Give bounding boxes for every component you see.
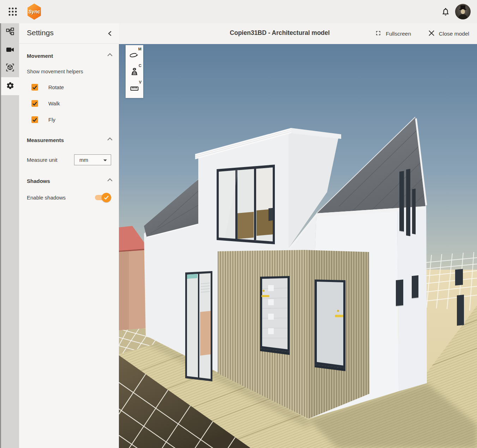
gear-icon (6, 81, 14, 91)
fly-checkbox[interactable] (31, 116, 38, 123)
measurements-heading: Measurements (27, 137, 64, 143)
orbit-icon (130, 51, 139, 59)
model-viewer: Copien31BD - Architectural model Fullscr… (119, 23, 477, 448)
video-camera-icon (6, 46, 14, 55)
user-avatar[interactable] (455, 4, 471, 19)
orbit-shortcut-key: M (138, 47, 141, 51)
settings-panel: Settings Movement Show movement helpers (19, 23, 119, 448)
collapse-panel-chevron-left-icon[interactable] (107, 30, 113, 37)
fullscreen-button[interactable]: Fullscreen (375, 23, 411, 44)
close-model-label: Close model (439, 31, 469, 37)
apps-grid-icon[interactable] (8, 7, 18, 17)
sidebar-item-model[interactable] (1, 59, 19, 77)
shadows-section: Shadows Enable shadows (19, 178, 119, 201)
movement-section: Movement Show movement helpers Rotate (19, 53, 119, 123)
measure-unit-select[interactable]: mm (74, 154, 111, 165)
ruler-icon (130, 85, 139, 92)
measure-shortcut-key: V (139, 80, 141, 84)
movement-heading: Movement (27, 53, 53, 59)
movement-collapse-chevron-up-icon[interactable] (107, 52, 113, 58)
measure-unit-label: Measure unit (27, 157, 74, 163)
viewer-header: Copien31BD - Architectural model Fullscr… (119, 23, 477, 44)
rotate-option-row: Rotate (31, 84, 111, 91)
measure-unit-value: mm (78, 157, 103, 163)
close-icon (428, 30, 435, 38)
measurements-section: Measurements Measure unit mm (19, 137, 119, 165)
viewport-3d-canvas[interactable]: M C (119, 44, 477, 448)
fly-option-row: Fly (31, 116, 111, 123)
sidebar-item-structure[interactable] (1, 23, 19, 41)
sync-logo[interactable]: Sync (27, 4, 42, 20)
walk-mode-button[interactable]: C (127, 63, 142, 80)
rotate-checkbox[interactable] (31, 84, 38, 91)
walk-checkbox-label: Walk (48, 100, 60, 106)
enable-shadows-toggle[interactable] (95, 195, 109, 200)
rotate-checkbox-label: Rotate (48, 84, 64, 90)
application-window: Sync (0, 0, 477, 448)
walk-person-icon (131, 68, 138, 76)
cube-scan-icon (6, 63, 14, 73)
movement-helpers-label: Show movement helpers (27, 69, 111, 74)
enable-shadows-label: Enable shadows (27, 195, 95, 201)
navigation-tool-palette: M C (126, 45, 143, 98)
settings-title: Settings (27, 29, 54, 37)
sidebar-item-settings[interactable] (1, 77, 19, 95)
select-dropdown-arrow-icon (103, 157, 107, 163)
close-model-button[interactable]: Close model (428, 23, 469, 44)
fly-checkbox-label: Fly (48, 117, 55, 123)
shadows-collapse-chevron-up-icon[interactable] (107, 177, 113, 183)
top-app-bar: Sync (0, 0, 477, 23)
sync-logo-text: Sync (28, 9, 40, 14)
walk-option-row: Walk (31, 100, 111, 107)
shadows-heading: Shadows (27, 178, 50, 184)
toggle-thumb-check-icon (102, 193, 111, 202)
sidebar-item-camera[interactable] (1, 41, 19, 59)
fullscreen-label: Fullscreen (386, 31, 411, 37)
walk-checkbox[interactable] (31, 100, 38, 107)
settings-panel-header: Settings (19, 23, 119, 44)
fullscreen-icon (375, 30, 382, 38)
orbit-mode-button[interactable]: M (127, 47, 142, 63)
walk-shortcut-key: C (139, 63, 141, 68)
measurements-collapse-chevron-up-icon[interactable] (107, 136, 113, 142)
measure-mode-button[interactable]: V (127, 80, 142, 97)
left-icon-rail (0, 23, 19, 448)
notifications-bell-icon[interactable] (441, 7, 450, 16)
structure-tree-icon (6, 27, 14, 37)
model-title: Copien31BD - Architectural model (230, 29, 330, 37)
